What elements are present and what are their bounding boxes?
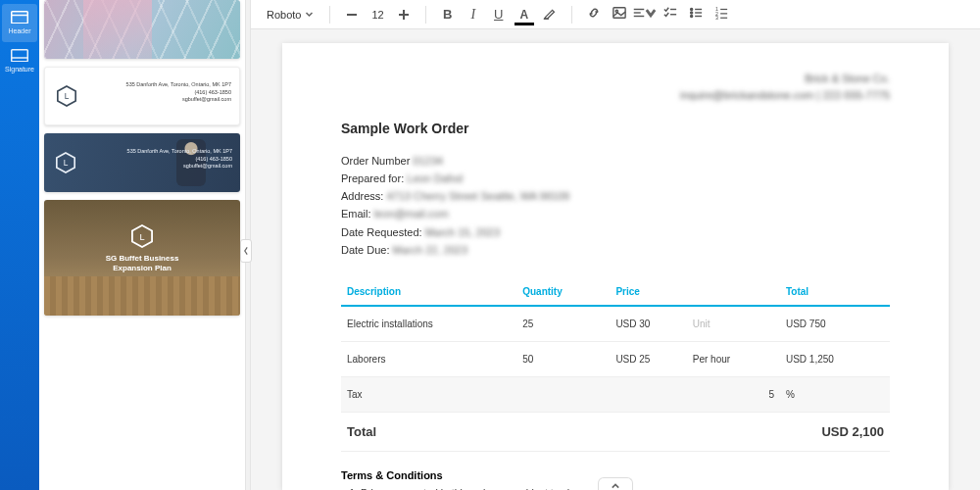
svg-rect-2 xyxy=(12,49,28,61)
template-text: 535 Danforth Ave, Toronto, Ontario, MK 1… xyxy=(113,148,232,171)
svg-text:L: L xyxy=(139,232,144,242)
bullet-list-icon xyxy=(689,6,703,24)
templates-panel: L 535 Danforth Ave, Toronto, Ontario, MK… xyxy=(39,0,245,490)
table-header-row: Description Quantity Price Total xyxy=(341,276,890,306)
font-size-decrease-button[interactable] xyxy=(340,3,364,26)
table-row[interactable]: Electric installations 25 USD 30 Unit US… xyxy=(341,306,890,342)
highlight-button[interactable] xyxy=(538,3,562,26)
svg-point-21 xyxy=(690,8,692,10)
bulleted-list-button[interactable] xyxy=(684,3,708,26)
document-page[interactable]: Brick & Stone Co. inquire@brickandstone.… xyxy=(282,43,949,490)
template-thumbnail[interactable]: L SG Buffet Business Expansion Plan prep… xyxy=(44,200,240,316)
order-meta: Order Number 01234 Prepared for: Leon Da… xyxy=(341,152,890,259)
font-family-value: Roboto xyxy=(267,9,301,21)
line-items-table: Description Quantity Price Total Electri… xyxy=(341,276,890,452)
total-row: Total USD 2,100 xyxy=(341,412,890,451)
svg-point-15 xyxy=(615,10,617,12)
underline-button[interactable]: U xyxy=(487,3,511,26)
image-button[interactable] xyxy=(608,3,631,26)
marker-icon xyxy=(543,6,557,23)
col-quantity: Quantity xyxy=(516,276,610,306)
align-button[interactable] xyxy=(633,3,657,26)
expand-page-button[interactable] xyxy=(598,477,633,490)
template-text: 535 Danforth Ave, Toronto, Ontario, MK 1… xyxy=(126,81,231,104)
hexagon-logo-icon: L xyxy=(131,224,153,248)
col-total: Total xyxy=(780,276,890,306)
chevron-up-icon xyxy=(611,476,620,491)
image-icon xyxy=(612,6,626,24)
header-icon xyxy=(11,10,28,24)
svg-point-23 xyxy=(690,11,692,13)
col-description: Description xyxy=(341,276,516,306)
rail-item-label: Header xyxy=(9,27,31,34)
hexagon-logo-icon: L xyxy=(56,152,75,173)
template-thumbnail[interactable]: L 535 Danforth Ave, Toronto, Ontario, MK… xyxy=(44,67,240,125)
rail-item-label: Signature xyxy=(5,66,34,73)
rail-item-signature[interactable]: Signature xyxy=(2,42,37,80)
company-header: Brick & Stone Co. inquire@brickandstone.… xyxy=(341,71,890,103)
checklist-button[interactable] xyxy=(659,3,682,26)
bold-button[interactable]: B xyxy=(436,3,460,26)
document-canvas[interactable]: Brick & Stone Co. inquire@brickandstone.… xyxy=(251,29,980,490)
signature-icon xyxy=(11,48,28,62)
toolbar: Roboto 12 B I U A 123 xyxy=(251,0,980,29)
numbered-list-icon: 123 xyxy=(714,6,728,24)
template-thumbnail[interactable]: L 535 Danforth Ave, Toronto, Ontario, MK… xyxy=(44,133,240,192)
svg-text:L: L xyxy=(65,91,70,101)
numbered-list-button[interactable]: 123 xyxy=(710,3,733,26)
italic-button[interactable]: I xyxy=(462,3,485,26)
collapse-panel-button[interactable] xyxy=(240,239,252,263)
chevron-down-icon xyxy=(301,9,314,21)
col-price: Price xyxy=(610,276,686,306)
link-icon xyxy=(587,6,601,24)
table-row[interactable]: Laborers 50 USD 25 Per hour USD 1,250 xyxy=(341,341,890,376)
panel-divider[interactable] xyxy=(245,0,251,490)
font-size-value[interactable]: 12 xyxy=(366,9,389,21)
left-rail: Header Signature xyxy=(0,0,39,490)
svg-rect-0 xyxy=(12,11,28,23)
link-button[interactable] xyxy=(582,3,606,26)
svg-text:L: L xyxy=(64,158,69,168)
template-title: SG Buffet Business Expansion Plan xyxy=(106,254,179,272)
chevron-down-icon xyxy=(644,6,658,24)
template-subtitle: prepared for buffet stockholders xyxy=(122,279,163,291)
font-family-select[interactable]: Roboto xyxy=(261,6,319,24)
tax-row[interactable]: Tax 5 % xyxy=(341,376,890,412)
text-color-button[interactable]: A xyxy=(513,3,536,26)
editor-main: Roboto 12 B I U A 123 xyxy=(251,0,980,490)
rail-item-header[interactable]: Header xyxy=(2,4,37,42)
page-title: Sample Work Order xyxy=(341,121,890,136)
svg-text:3: 3 xyxy=(715,15,718,20)
checklist-icon xyxy=(663,6,677,24)
chevron-left-icon xyxy=(243,242,249,260)
hexagon-logo-icon: L xyxy=(57,85,76,107)
svg-point-25 xyxy=(690,15,692,17)
template-thumbnail[interactable] xyxy=(44,0,240,59)
font-size-increase-button[interactable] xyxy=(392,3,416,26)
